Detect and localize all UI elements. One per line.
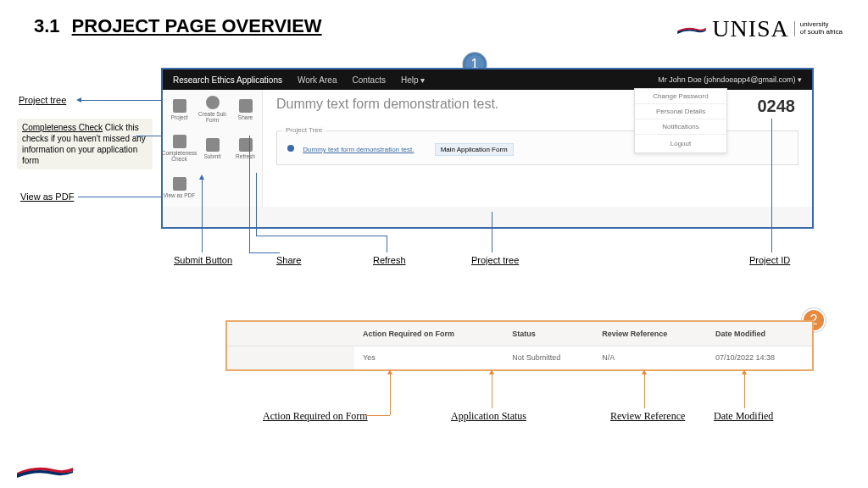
tool-completeness[interactable]: Completeness Check <box>163 129 196 168</box>
label-action-required: Action Required on Form <box>263 410 368 423</box>
refresh-icon <box>239 138 253 152</box>
tool-refresh[interactable]: Refresh <box>229 129 262 168</box>
swoosh-icon <box>676 23 707 35</box>
user-display[interactable]: Mr John Doe (johndoeapp4@gmail.com) ▾ <box>658 75 802 84</box>
unisa-subtitle: university of south africa <box>794 21 843 36</box>
label-share: Share <box>276 255 301 265</box>
label-submit-button: Submit Button <box>174 255 232 265</box>
cell-status: Not Submitted <box>504 346 593 369</box>
menu-notifications[interactable]: Notifications <box>635 119 726 135</box>
unisa-wordmark: UNISA <box>712 15 789 42</box>
project-id: 0248 <box>758 97 796 116</box>
folder-icon <box>173 99 186 113</box>
col-review: Review Reference <box>593 322 707 346</box>
label-application-status: Application Status <box>451 410 526 423</box>
tool-create-sub[interactable]: Create Sub Form <box>196 90 229 129</box>
tool-share[interactable]: Share <box>229 90 262 129</box>
menu-work-area[interactable]: Work Area <box>298 75 337 85</box>
cell-review: N/A <box>593 346 707 369</box>
menu-change-password[interactable]: Change Password <box>635 89 726 104</box>
upload-icon <box>206 138 220 152</box>
menu-contacts[interactable]: Contacts <box>352 75 385 85</box>
plus-icon <box>206 96 220 109</box>
app-name: Research Ethics Applications <box>173 75 282 85</box>
label-refresh: Refresh <box>373 255 406 265</box>
label-project-id: Project ID <box>749 255 790 265</box>
label-review-reference: Review Reference <box>610 410 685 423</box>
cell-action[interactable]: Yes <box>354 346 504 369</box>
table-row: Yes Not Submitted N/A 07/10/2022 14:38 <box>227 346 812 369</box>
check-icon <box>173 135 186 148</box>
page-title: PROJECT PAGE OVERVIEW <box>72 15 322 37</box>
section-number: 3.1 <box>34 15 60 37</box>
project-page-panel: Research Ethics Applications Work Area C… <box>161 68 814 229</box>
col-blank <box>227 322 354 346</box>
app-topbar: Research Ethics Applications Work Area C… <box>163 69 812 90</box>
user-dropdown-menu: Change Password Personal Details Notific… <box>634 88 727 153</box>
col-status: Status <box>504 322 593 346</box>
menu-logout[interactable]: Logout <box>635 135 726 152</box>
col-action: Action Required on Form <box>354 322 504 346</box>
status-table: Action Required on Form Status Review Re… <box>227 322 812 369</box>
label-project-tree-bottom: Project tree <box>471 255 519 265</box>
tool-submit[interactable]: Submit <box>196 129 229 168</box>
toolbar: Project Create Sub Form Share Completene… <box>163 90 263 207</box>
menu-personal-details[interactable]: Personal Details <box>635 104 726 119</box>
label-view-pdf: View as PDF <box>20 191 74 202</box>
footer-swoosh-icon <box>15 461 75 480</box>
tree-root-item[interactable]: Dummy text form demonstration test. <box>299 144 417 155</box>
print-icon <box>173 177 186 191</box>
main-area: Dummy text form demonstration test. 0248… <box>263 90 812 207</box>
form-status-panel: Action Required on Form Status Review Re… <box>225 320 814 371</box>
tool-project[interactable]: Project <box>163 90 196 129</box>
tree-sub-item[interactable]: Main Application Form <box>435 143 514 156</box>
cell-date: 07/10/2022 14:38 <box>707 346 812 369</box>
unisa-logo: UNISA university of south africa <box>676 15 843 42</box>
label-completeness-check: Completeness Check Click this checks if … <box>17 119 153 169</box>
tool-view-pdf[interactable]: View as PDF <box>163 168 196 207</box>
bullet-icon <box>287 145 294 152</box>
label-date-modified: Date Modified <box>714 410 773 423</box>
share-icon <box>239 99 253 113</box>
label-project-tree: Project tree <box>19 95 66 105</box>
menu-help[interactable]: Help ▾ <box>401 75 425 85</box>
col-date: Date Modified <box>707 322 812 346</box>
